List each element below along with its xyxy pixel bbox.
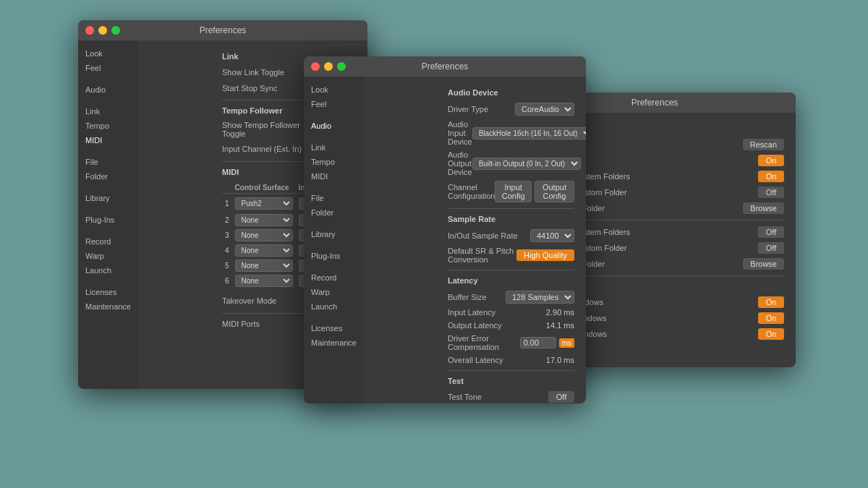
sidebar2-item-record[interactable]: Record <box>304 270 364 285</box>
in-out-sample-rate-label: In/Out Sample Rate <box>448 231 530 240</box>
midi-surface-select[interactable]: None <box>235 260 293 272</box>
midi-row-surface[interactable]: None <box>232 243 296 258</box>
sidebar2-item-look[interactable]: Look <box>304 82 364 97</box>
overall-latency-label: Overall Latency <box>448 356 546 364</box>
output-config-button[interactable]: Output Config <box>535 181 574 202</box>
midi-row-surface[interactable]: None <box>232 273 296 288</box>
high-quality-button[interactable]: High Quality <box>516 249 574 261</box>
default-sr-label: Default SR & Pitch Conversion <box>448 247 516 264</box>
test-tone-button[interactable]: Off <box>548 391 574 403</box>
midi-row-num: 3 <box>222 228 232 243</box>
overall-latency-row: Overall Latency 17.0 ms <box>448 356 574 364</box>
midi-surface-select[interactable]: None <box>235 275 293 287</box>
title-bar-1: Preferences <box>78 20 367 40</box>
audio-units-toggle[interactable]: On <box>758 155 784 166</box>
sidebar2-item-folder[interactable]: Folder <box>304 205 364 220</box>
midi-surface-select[interactable]: None <box>235 214 293 226</box>
midi-row-surface[interactable]: None <box>232 258 296 273</box>
sample-rate-section: Sample Rate <box>448 215 574 223</box>
audio-output-select[interactable]: Built-in Output (0 In, 2 Out) <box>472 158 581 170</box>
in-out-sample-rate-row: In/Out Sample Rate 44100 48000 <box>448 229 574 242</box>
latency-section: Latency <box>448 276 574 285</box>
takeover-label: Takeover Mode <box>222 296 315 305</box>
hide-plug-toggle[interactable]: On <box>758 296 784 308</box>
midi-ports-label: MIDI Ports <box>222 320 307 328</box>
sidebar-item-maintenance[interactable]: Maintenance <box>78 299 138 314</box>
channel-config-row: Channel Configuration Input Config Outpu… <box>448 181 574 202</box>
sidebar2-item-warp[interactable]: Warp <box>304 285 364 299</box>
midi-row-surface[interactable]: None <box>232 213 296 228</box>
window-title-1: Preferences <box>200 25 247 35</box>
audio-output-row: Audio Output Device Built-in Output (0 I… <box>448 150 574 176</box>
overall-latency-value: 17.0 ms <box>546 356 574 364</box>
sidebar2-item-licenses[interactable]: Licenses <box>304 321 364 335</box>
sidebar-item-file[interactable]: File <box>78 155 138 169</box>
sidebar2-item-plugins[interactable]: Plug-Ins <box>304 249 364 263</box>
maximize-button-2[interactable] <box>337 62 346 71</box>
sidebar-item-audio[interactable]: Audio <box>78 82 138 97</box>
vst2-system-toggle[interactable]: On <box>758 171 784 182</box>
input-latency-value: 2.90 ms <box>546 308 574 317</box>
maximize-button-1[interactable] <box>111 26 120 35</box>
sidebar-item-link[interactable]: Link <box>78 104 138 119</box>
midi-surface-select[interactable]: Push2 <box>235 197 293 210</box>
driver-type-label: Driver Type <box>448 105 515 114</box>
minimize-button-1[interactable] <box>98 26 107 35</box>
open-plug-toggle[interactable]: On <box>758 312 784 324</box>
sidebar-item-look[interactable]: Look <box>78 46 138 61</box>
sidebar2-item-library[interactable]: Library <box>304 227 364 241</box>
sidebar-item-folder[interactable]: Folder <box>78 169 138 184</box>
sidebar2-item-link[interactable]: Link <box>304 140 364 155</box>
audio-input-select[interactable]: BlackHole 16ch (16 In, 16 Out) <box>472 127 586 140</box>
midi-row-surface[interactable]: None <box>232 228 296 243</box>
input-config-button[interactable]: Input Config <box>495 181 531 202</box>
show-plug-toggle[interactable]: On <box>758 328 784 340</box>
close-button-1[interactable] <box>85 26 94 35</box>
driver-type-select[interactable]: CoreAudio <box>515 103 574 116</box>
midi-surface-select[interactable]: None <box>235 244 293 257</box>
divider-w2-3 <box>448 370 574 371</box>
sidebar2-item-feel[interactable]: Feel <box>304 97 364 111</box>
divider-w2-2 <box>448 270 574 270</box>
vst2-custom-toggle[interactable]: Off <box>758 187 784 198</box>
output-latency-value: 14.1 ms <box>546 321 574 330</box>
sidebar-item-warp[interactable]: Warp <box>78 249 138 263</box>
traffic-lights-1 <box>85 26 120 35</box>
rescan-button[interactable]: Rescan <box>743 139 784 150</box>
sidebar2-item-launch[interactable]: Launch <box>304 299 364 314</box>
sidebar2-item-tempo[interactable]: Tempo <box>304 155 364 169</box>
sidebar-item-tempo[interactable]: Tempo <box>78 119 138 133</box>
midi-row-num: 5 <box>222 258 232 273</box>
close-button-2[interactable] <box>311 62 320 71</box>
sample-rate-select[interactable]: 44100 48000 <box>530 229 574 242</box>
ms-badge: ms <box>559 338 574 348</box>
midi-row-surface[interactable]: Push2 <box>232 194 296 213</box>
window-title-2: Preferences <box>422 61 469 72</box>
vst3-system-toggle[interactable]: Off <box>758 226 784 238</box>
midi-row-num: 1 <box>222 194 232 213</box>
sidebar-item-feel[interactable]: Feel <box>78 61 138 75</box>
sidebar-2: Look Feel Audio Link Tempo MIDI File Fol… <box>304 77 364 403</box>
audio-input-row: Audio Input Device BlackHole 16ch (16 In… <box>448 120 574 146</box>
driver-error-input[interactable] <box>520 337 556 348</box>
buffer-size-select[interactable]: 128 Samples 256 Samples <box>506 291 574 304</box>
driver-error-label: Driver Error Compensation <box>448 334 520 351</box>
sidebar-item-plugins[interactable]: Plug-Ins <box>78 213 138 227</box>
browse-button-1[interactable]: Browse <box>743 202 784 214</box>
sidebar-item-licenses[interactable]: Licenses <box>78 285 138 299</box>
browse-button-2[interactable]: Browse <box>743 258 784 270</box>
sidebar-item-library[interactable]: Library <box>78 191 138 205</box>
sidebar2-item-file[interactable]: File <box>304 191 364 205</box>
driver-error-row: Driver Error Compensation ms <box>448 334 574 351</box>
sidebar2-item-midi[interactable]: MIDI <box>304 169 364 184</box>
minimize-button-2[interactable] <box>324 62 333 71</box>
sidebar-item-midi[interactable]: MIDI <box>78 133 138 147</box>
sidebar-item-launch[interactable]: Launch <box>78 263 138 278</box>
input-latency-row: Input Latency 2.90 ms <box>448 308 574 317</box>
midi-surface-select[interactable]: None <box>235 229 293 241</box>
buffer-size-label: Buffer Size <box>448 293 506 301</box>
vst3-custom-toggle[interactable]: Off <box>758 242 784 254</box>
sidebar2-item-audio[interactable]: Audio <box>304 119 364 133</box>
sidebar2-item-maintenance[interactable]: Maintenance <box>304 335 364 350</box>
sidebar-item-record[interactable]: Record <box>78 234 138 249</box>
